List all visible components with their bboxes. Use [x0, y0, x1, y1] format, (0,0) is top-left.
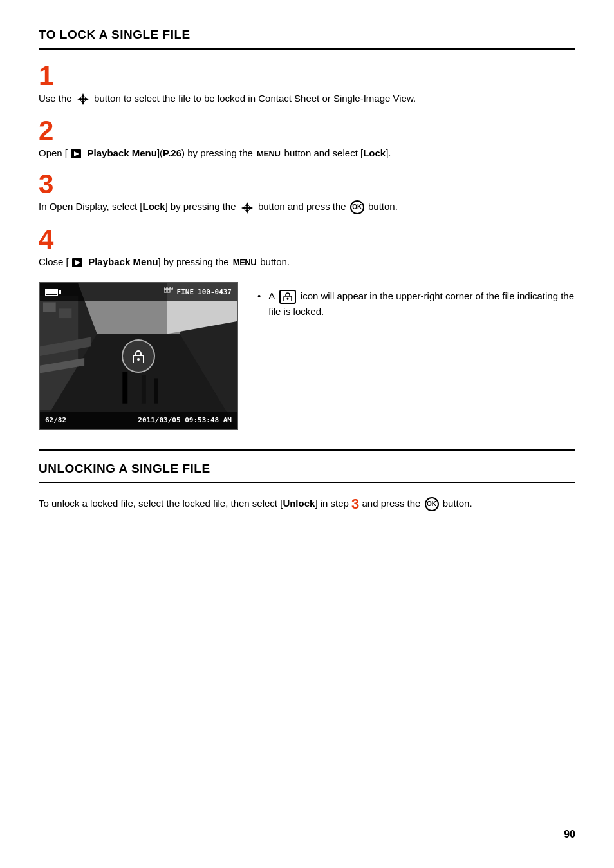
section-title-unlock: UNLOCKING A SINGLE FILE: [39, 460, 575, 484]
image-note: A icon will appear in the upper-right co…: [257, 282, 575, 323]
unlock-text: To unlock a locked file, select the lock…: [39, 496, 575, 511]
four-way-icon: [76, 91, 90, 107]
frame-counter: 62/82: [45, 415, 66, 426]
step-3: 3 In Open Display, select [Lock] by pres…: [39, 171, 575, 215]
section-title-lock: TO LOCK A SINGLE FILE: [39, 26, 575, 50]
step-number-4: 4: [39, 226, 575, 253]
playback-icon: [68, 147, 84, 158]
ok-icon-2: OK: [425, 497, 439, 511]
svg-point-4: [81, 97, 85, 101]
svg-rect-21: [142, 375, 146, 403]
step-4-text: Close [ Playback Menu] by pressing the M…: [39, 254, 575, 269]
menu-icon: MENU: [257, 147, 280, 160]
date-time: 2011/03/05 09:53:48 AM: [138, 415, 232, 426]
svg-rect-20: [122, 372, 127, 403]
svg-rect-28: [171, 287, 173, 289]
step-ref-3: 3: [351, 497, 359, 511]
svg-rect-26: [164, 287, 167, 289]
step-number-1: 1: [39, 62, 575, 90]
note-text: A icon will appear in the upper-right co…: [268, 288, 575, 319]
camera-bottom-bar: 62/82 2011/03/05 09:53:48 AM: [40, 412, 237, 429]
svg-marker-8: [245, 210, 249, 214]
svg-rect-17: [59, 308, 72, 318]
svg-rect-22: [154, 378, 158, 403]
svg-rect-30: [167, 290, 170, 292]
step-1: 1 Use the button to select the file to b…: [39, 62, 575, 107]
step-number-3: 3: [39, 171, 575, 198]
camera-lock-overlay: [122, 339, 155, 373]
svg-marker-1: [81, 101, 85, 105]
quality-label: FINE: [177, 287, 194, 298]
step-number-2: 2: [39, 117, 575, 144]
svg-rect-16: [43, 302, 56, 312]
step-1-text: Use the button to select the file to be …: [39, 91, 575, 107]
svg-marker-2: [77, 97, 81, 101]
lock-icon-inline: [279, 290, 296, 304]
playback-icon-2: [69, 256, 86, 267]
battery-indicator: [45, 289, 61, 296]
file-number: 100-0437: [198, 287, 232, 298]
svg-rect-29: [164, 290, 167, 292]
camera-file-info: FINE 100-0437: [164, 287, 232, 298]
svg-marker-3: [85, 97, 89, 101]
svg-marker-9: [241, 206, 245, 210]
page-number: 90: [564, 827, 575, 842]
camera-top-bar: FINE 100-0437: [40, 283, 237, 301]
svg-marker-7: [245, 202, 249, 206]
section-unlocking: UNLOCKING A SINGLE FILE To unlock a lock…: [39, 449, 575, 512]
svg-rect-27: [167, 287, 170, 289]
playback-menu-label: Playback Menu: [84, 147, 157, 158]
menu-icon-2: MENU: [233, 256, 256, 269]
step-2-text: Open [ Playback Menu](P.26) by pressing …: [39, 146, 575, 160]
step-4: 4 Close [ Playback Menu] by pressing the…: [39, 226, 575, 269]
image-area: FINE 100-0437 62/82 2011/03/05 09:53:48 …: [39, 282, 575, 430]
step-2: 2 Open [ Playback Menu](P.26) by pressin…: [39, 117, 575, 160]
ok-icon: OK: [350, 200, 364, 214]
svg-marker-10: [249, 206, 253, 210]
svg-point-11: [245, 206, 249, 210]
quality-grid-icon: [164, 287, 173, 298]
four-way-icon-2: [240, 200, 254, 216]
svg-marker-0: [81, 93, 85, 97]
step-3-text: In Open Display, select [Lock] by pressi…: [39, 199, 575, 215]
camera-screen: FINE 100-0437 62/82 2011/03/05 09:53:48 …: [39, 282, 238, 430]
